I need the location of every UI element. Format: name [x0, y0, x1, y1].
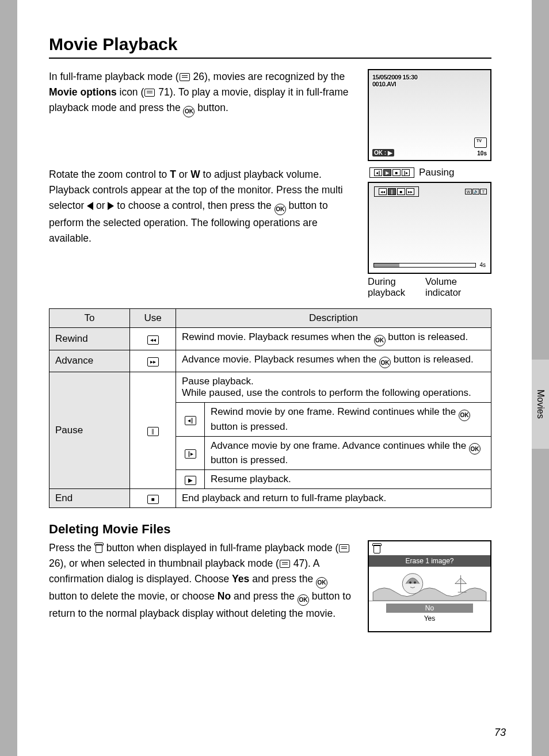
- page-title: Movie Playback: [49, 35, 491, 59]
- screen-filename: 0010.AVI: [372, 81, 487, 87]
- row-end: End: [49, 489, 130, 508]
- stop-icon: ■: [397, 188, 405, 195]
- row-rewind: Rewind: [49, 328, 130, 350]
- screen-datetime: 15/05/2009 15:30: [372, 74, 487, 81]
- pause-icon: ∥: [388, 188, 396, 195]
- text: button to delete the movie, or choose: [49, 590, 218, 602]
- ref-page: 26: [193, 71, 204, 82]
- svg-point-1: [409, 582, 411, 584]
- zoom-w: W: [190, 169, 200, 180]
- ok-button-icon: OK: [298, 594, 309, 606]
- vol-t: T: [480, 189, 487, 194]
- row-advance: Advance: [49, 350, 130, 372]
- text: or: [176, 169, 190, 180]
- ok-button-icon: OK: [379, 357, 391, 368]
- ok-button-icon: OK: [459, 410, 470, 421]
- text: button is pressed.: [211, 455, 288, 465]
- pause-control-bar: ◂∥ ▶ ■ ∥▸: [369, 167, 414, 178]
- svg-point-2: [414, 582, 416, 584]
- text: Rewind movie by one frame. Rewind contin…: [211, 406, 459, 417]
- text: button is released.: [391, 354, 474, 365]
- playback-instructions: Rotate the zoom control to T or W to adj…: [49, 167, 354, 298]
- lcd-screenshot-playback: 15/05/2009 15:30 0010.AVI OK : ▶ 10s: [368, 69, 491, 161]
- arrow-left-icon: [87, 202, 93, 210]
- text: Press the: [49, 542, 94, 553]
- manual-page: Movie Playback In full-frame playback mo…: [17, 0, 532, 756]
- screen-ok-play: OK : ▶: [372, 149, 394, 156]
- text: and press the: [249, 573, 316, 585]
- lcd-screenshot-erase-dialog: Erase 1 image? No Yes: [368, 540, 491, 632]
- text: button is pressed.: [211, 421, 288, 432]
- manual-ref-icon: [180, 73, 190, 81]
- text: ), movies are recognized by the: [204, 71, 345, 82]
- trash-icon: [94, 543, 104, 553]
- text: Rotate the zoom control to: [49, 169, 170, 180]
- ref-page: 47: [293, 558, 304, 569]
- text: Advance movie by one frame. Advance cont…: [211, 440, 469, 451]
- vol-w: W: [465, 189, 472, 194]
- ok-button-icon: OK: [274, 204, 286, 215]
- col-to: To: [49, 309, 130, 328]
- text: In full-frame playback mode (: [49, 71, 179, 82]
- pause-icon: ∥: [147, 427, 159, 436]
- ok-button-icon: OK: [183, 106, 195, 117]
- text: button is released.: [386, 331, 468, 342]
- forward-icon: ▸▸: [406, 188, 414, 195]
- tv-icon: [474, 138, 487, 148]
- progress-bar: [373, 263, 476, 268]
- ok-button-icon: OK: [316, 577, 327, 589]
- trash-icon: [372, 543, 382, 553]
- lcd-screenshot-during-playback: ◂◂ ∥ ■ ▸▸ W 🔊 T 4s: [368, 182, 491, 274]
- pause-desc: Pause playback. While paused, use the co…: [176, 372, 491, 403]
- text: to adjust playback volume.: [200, 169, 322, 180]
- text: and press the: [231, 590, 298, 602]
- ok-button-icon: OK: [374, 335, 386, 346]
- frame-back-icon: ◂∥: [374, 169, 382, 176]
- text: Rewind movie. Playback resumes when the: [182, 331, 374, 342]
- col-use: Use: [130, 309, 176, 328]
- text: button when displayed in full-frame play…: [104, 542, 339, 553]
- text: button.: [195, 102, 228, 113]
- volume-indicator-label: Volume indicator: [425, 276, 491, 298]
- frame-back-icon: ◂∥: [185, 416, 196, 425]
- time-remaining: 4s: [479, 262, 486, 268]
- arrow-right-icon: [108, 202, 114, 210]
- ref-page: 71: [158, 86, 169, 98]
- operations-table: To Use Description Rewind ◂◂ Rewind movi…: [49, 308, 491, 508]
- text: Advance movie. Playback resumes when the: [182, 354, 379, 365]
- erase-thumbnail: [369, 567, 490, 601]
- row-pause: Pause: [49, 372, 130, 489]
- text: ), or when selected in thumbnail playbac…: [60, 558, 279, 569]
- during-playback-label: During playback: [368, 276, 425, 298]
- intro-paragraph: In full-frame playback mode ( 26), movie…: [49, 69, 354, 161]
- play-icon: ▶: [185, 476, 196, 485]
- yes-bold: Yes: [232, 573, 249, 585]
- resume-desc: Resume playback.: [205, 470, 491, 489]
- manual-ref-icon: [339, 544, 349, 552]
- no-bold: No: [218, 590, 231, 602]
- playback-control-bar: ◂◂ ∥ ■ ▸▸: [374, 186, 419, 197]
- text: or: [93, 200, 108, 211]
- erase-option-yes: Yes: [369, 614, 490, 623]
- stop-icon: ■: [147, 495, 159, 504]
- manual-ref-icon: [144, 89, 155, 97]
- col-description: Description: [176, 309, 491, 328]
- pausing-label: Pausing: [419, 167, 454, 178]
- erase-option-no: No: [386, 604, 473, 613]
- vol-speaker-icon: 🔊: [472, 189, 479, 194]
- zoom-t: T: [170, 169, 176, 180]
- text: to choose a control, then press the: [114, 200, 274, 211]
- deleting-heading: Deleting Movie Files: [49, 522, 491, 537]
- frame-fwd-icon: ∥▸: [185, 449, 196, 459]
- delete-paragraph: Press the button when displayed in full-…: [49, 540, 354, 632]
- forward-icon: ▸▸: [147, 357, 159, 366]
- ok-button-icon: OK: [469, 443, 481, 455]
- volume-indicator: W 🔊 T: [465, 186, 487, 197]
- page-number: 73: [494, 727, 506, 739]
- play-icon: ▶: [383, 169, 391, 176]
- rewind-icon: ◂◂: [379, 188, 387, 195]
- ref-page: 26: [49, 558, 60, 569]
- manual-ref-icon: [280, 560, 290, 568]
- text: icon (: [117, 86, 144, 98]
- section-tab: Movies: [532, 360, 549, 449]
